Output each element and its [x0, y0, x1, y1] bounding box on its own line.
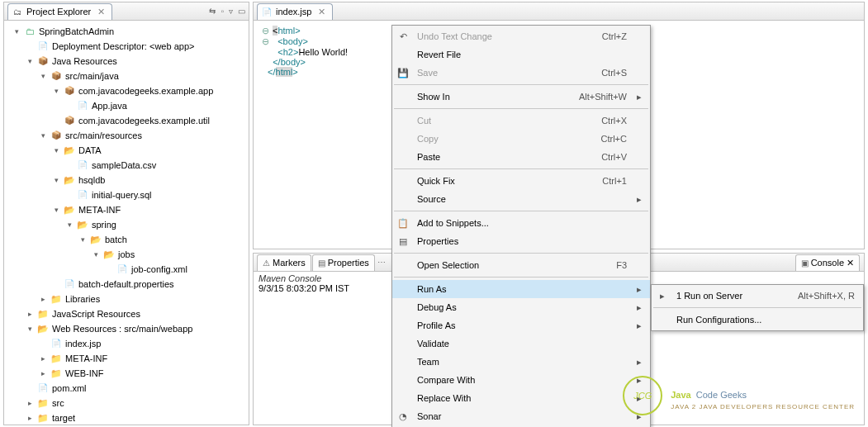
tab-markers[interactable]: ⚠Markers — [257, 254, 311, 271]
tree-node[interactable]: sampleData.csv — [9, 158, 249, 173]
tree-node[interactable]: batch-default.properties — [9, 277, 249, 292]
minimize-icon[interactable]: ▭ — [238, 7, 245, 16]
tree-node[interactable]: com.javacodegeeks.example.util — [9, 113, 249, 128]
submenu-arrow-icon: ▸ — [633, 194, 642, 205]
expand-icon[interactable]: ▾ — [52, 202, 60, 217]
menu-icon[interactable]: ▿ — [229, 7, 233, 16]
explorer-tab[interactable]: 🗂 Project Explorer ✕ — [7, 3, 112, 20]
menu-item[interactable]: 📋Add to Snippets... — [392, 214, 650, 232]
expand-icon[interactable]: ▾ — [65, 217, 74, 232]
expand-icon[interactable]: ▾ — [12, 24, 21, 39]
tree-node[interactable]: ▸target — [9, 410, 249, 425]
tree-label: batch-default.properties — [78, 277, 174, 292]
more-tabs-icon[interactable]: ⋯ — [377, 258, 386, 267]
menu-item[interactable]: Revert File — [392, 45, 650, 64]
menu-item[interactable]: Debug As▸ — [392, 298, 650, 316]
expand-icon[interactable]: ▾ — [52, 173, 60, 187]
folder-closed-icon — [50, 353, 62, 364]
close-icon[interactable]: ✕ — [97, 7, 105, 17]
tree-node[interactable]: ▸Libraries — [9, 292, 249, 306]
tree-node[interactable]: ▾jobs — [9, 247, 249, 262]
menu-separator — [394, 211, 648, 211]
menu-item[interactable]: ◔Sonar▸ — [392, 407, 650, 425]
expand-icon[interactable]: ▸ — [39, 366, 47, 381]
tree-node[interactable]: pom.xml — [9, 381, 249, 396]
menu-item[interactable]: PasteCtrl+V — [392, 148, 650, 166]
project-tree[interactable]: ▾SpringBatchAdminDeployment Descriptor: … — [4, 21, 249, 427]
menu-item-accel: Ctrl+1 — [553, 176, 627, 186]
menu-item[interactable]: Replace With▸ — [392, 389, 650, 407]
menu-item[interactable]: Profile As▸ — [392, 316, 650, 334]
expand-icon[interactable]: ▾ — [52, 143, 60, 158]
tree-node[interactable]: ▾SpringBatchAdmin — [9, 24, 249, 39]
focus-icon[interactable]: ▫ — [221, 7, 224, 16]
tree-node[interactable]: ▾batch — [9, 232, 249, 247]
tree-node[interactable]: ▾src/main/resources — [9, 128, 249, 143]
close-icon[interactable]: ✕ — [847, 258, 854, 268]
expand-icon[interactable]: ▾ — [26, 321, 34, 336]
expand-icon[interactable]: ▸ — [26, 396, 34, 410]
tree-node[interactable]: App.java — [9, 98, 249, 113]
menu-item[interactable]: Show InAlt+Shift+W▸ — [392, 88, 650, 106]
submenu-item[interactable]: Run Configurations... — [652, 311, 863, 329]
menu-item-icon — [396, 90, 410, 103]
expand-icon[interactable]: ▸ — [26, 306, 34, 321]
menu-item[interactable]: Open SelectionF3 — [392, 256, 650, 274]
tree-node[interactable]: ▾META-INF — [9, 202, 249, 217]
menu-item-accel: Ctrl+C — [553, 134, 627, 144]
menu-item-label: Add to Snippets... — [417, 218, 546, 228]
close-icon[interactable]: ✕ — [318, 7, 325, 17]
menu-item[interactable]: Compare With▸ — [392, 371, 650, 389]
menu-item[interactable]: Quick FixCtrl+1 — [392, 172, 650, 190]
expand-icon[interactable]: ▸ — [26, 410, 34, 425]
expand-icon[interactable]: ▸ — [39, 292, 47, 306]
context-menu[interactable]: ↶Undo Text ChangeCtrl+ZRevert File💾SaveC… — [391, 25, 651, 427]
tree-node[interactable]: index.jsp — [9, 336, 249, 351]
menu-item[interactable]: ▤Properties — [392, 232, 650, 250]
expand-icon[interactable]: ▾ — [92, 247, 100, 262]
menu-item-icon: 📋 — [396, 216, 410, 230]
expand-icon[interactable]: ▾ — [39, 69, 47, 83]
menu-item[interactable]: Source▸ — [392, 190, 650, 208]
tree-label: spring — [92, 217, 116, 232]
menu-item[interactable]: Run As▸ — [392, 280, 650, 298]
expand-icon[interactable]: ▸ — [39, 351, 47, 366]
expand-icon[interactable]: ▾ — [78, 232, 87, 247]
tree-node[interactable]: ▾DATA — [9, 143, 249, 158]
tree-node[interactable]: ▾Java Resources — [9, 54, 249, 69]
folder-open-icon — [37, 323, 49, 334]
menu-item[interactable]: Validate — [392, 334, 650, 353]
expand-icon[interactable]: ▾ — [52, 83, 60, 98]
folder-open-icon — [64, 174, 75, 186]
menu-item-label: Team — [417, 357, 546, 367]
tab-properties[interactable]: ▤Properties — [312, 254, 375, 271]
tree-node[interactable]: Deployment Descriptor: <web app> — [9, 39, 249, 54]
run-as-submenu[interactable]: ▸1 Run on ServerAlt+Shift+X, RRun Config… — [651, 284, 864, 331]
tree-node[interactable]: ▾com.javacodegeeks.example.app — [9, 83, 249, 98]
tree-node[interactable]: ▸JavaScript Resources — [9, 306, 249, 321]
tab-console[interactable]: ▣Console✕ — [795, 254, 860, 271]
logo-watermark: JCG Java Code Geeks Java 2 Java Develope… — [623, 376, 855, 415]
tree-node[interactable]: ▾src/main/java — [9, 69, 249, 83]
submenu-item[interactable]: ▸1 Run on ServerAlt+Shift+X, R — [652, 287, 863, 305]
menu-item-accel: Ctrl+X — [553, 116, 627, 126]
expand-icon[interactable]: ▾ — [39, 128, 47, 143]
tree-node[interactable]: ▸src — [9, 396, 249, 410]
pkg-icon — [50, 70, 62, 82]
tree-node[interactable]: ▸META-INF — [9, 351, 249, 366]
tree-label: META-INF — [78, 202, 121, 217]
tree-node[interactable]: initial-query.sql — [9, 187, 249, 202]
tree-node[interactable]: ▾Web Resources : src/main/webapp — [9, 321, 249, 336]
expand-icon[interactable]: ▾ — [26, 54, 34, 69]
menu-item[interactable]: Team▸ — [392, 353, 650, 371]
menu-separator — [394, 84, 648, 85]
menu-item-label: Run As — [417, 284, 546, 294]
link-icon[interactable]: ⇆ — [209, 7, 216, 16]
tree-node[interactable]: ▾hsqldb — [9, 173, 249, 187]
tree-node[interactable]: ▾spring — [9, 217, 249, 232]
editor-tab[interactable]: 📄 index.jsp ✕ — [257, 3, 333, 20]
tree-label: SpringBatchAdmin — [39, 24, 114, 39]
tree-node[interactable]: ▸WEB-INF — [9, 366, 249, 381]
explorer-toolbar: ⇆ ▫ ▿ ▭ — [209, 7, 245, 16]
tree-node[interactable]: job-config.xml — [9, 262, 249, 277]
